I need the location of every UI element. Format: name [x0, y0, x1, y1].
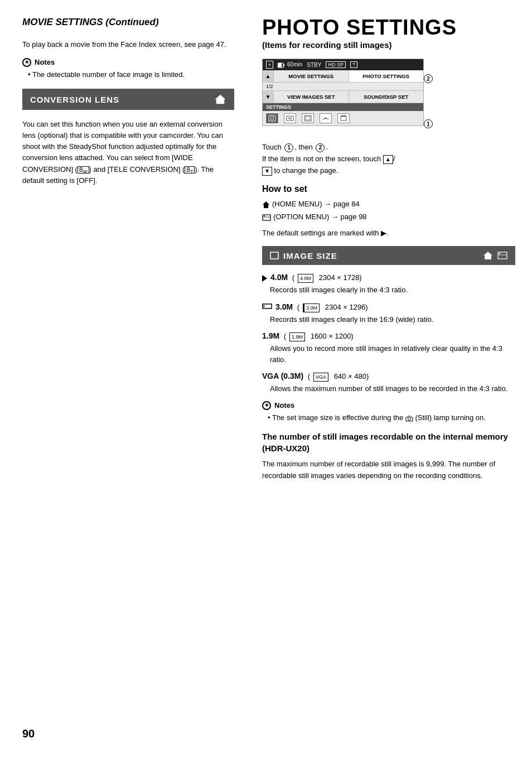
- image-size-3m-heading: 3.0M ( 3.0M 2304 × 1296): [262, 302, 515, 312]
- svg-rect-10: [306, 117, 310, 120]
- notes-header-right: ✦ Notes: [262, 401, 515, 410]
- conversion-lens-title: CONVERSION LENS: [30, 95, 119, 104]
- image-size-icon: [270, 252, 279, 259]
- badge-4m: 4.0M: [298, 274, 313, 283]
- conversion-lens-body: You can set this function when you use a…: [22, 119, 234, 187]
- menu-screenshot: × 60min STBY HD SP ? ▲ MOVIE SETTINGS PH…: [262, 59, 424, 126]
- default-settings-text: The default settings are marked with ▶.: [262, 228, 515, 239]
- svg-marker-14: [263, 201, 269, 208]
- notes-section-left: ✦ Notes The detectable number of face im…: [22, 58, 234, 80]
- svg-marker-19: [483, 252, 492, 259]
- menu-movie-settings-btn[interactable]: MOVIE SETTINGS: [274, 70, 349, 82]
- badge-19m: 1.9M: [289, 332, 305, 341]
- svg-point-17: [264, 215, 265, 216]
- menu-x-btn[interactable]: ×: [266, 61, 273, 69]
- svg-rect-3: [283, 64, 284, 66]
- touch-line-1: Touch 1, then 2.: [262, 142, 515, 153]
- menu-time: 60min: [278, 61, 302, 67]
- menu-row-1: ▲ MOVIE SETTINGS PHOTO SETTINGS: [263, 70, 423, 83]
- image-size-vga-heading: VGA (0.3M) ( VGA 640 × 480): [262, 372, 515, 382]
- conversion-lens-banner: CONVERSION LENS: [22, 89, 234, 110]
- menu-down-arrow[interactable]: ▼: [263, 91, 274, 103]
- image-size-19m-desc: Allows you to record more still images i…: [262, 343, 515, 365]
- notes-label-left: Notes: [35, 58, 55, 66]
- how-to-set-title: How to set: [262, 184, 515, 194]
- home-icon-conversion: [214, 93, 226, 105]
- touch-line-2: If the item is not on the screen, touch …: [262, 153, 515, 165]
- menu-question[interactable]: ?: [350, 61, 357, 68]
- notes-icon-right: ✦: [262, 401, 271, 410]
- notes-bullet-left: The detectable number of face image is l…: [22, 69, 234, 80]
- camera-icon-notes: [405, 415, 413, 422]
- menu-row-2: ▼ VIEW IMAGES SET SOUND/DISP SET: [263, 91, 423, 103]
- option-menu-line: (OPTION MENU) → page 98: [262, 211, 515, 223]
- svg-rect-6: [287, 116, 293, 120]
- image-size-4m-desc: Records still images clearly in the 4:3 …: [262, 285, 515, 296]
- image-size-3m: 3.0M ( 3.0M 2304 × 1296) Records still i…: [262, 302, 515, 325]
- image-size-vga: VGA (0.3M) ( VGA 640 × 480) Allows the m…: [262, 372, 515, 394]
- wide-icon-3m: [262, 303, 272, 310]
- circle-ref-2: 2: [316, 143, 325, 152]
- menu-icon-3[interactable]: [302, 113, 314, 123]
- circle-1: 1: [424, 119, 433, 128]
- movie-settings-title: MOVIE SETTINGS (Continued): [22, 17, 234, 28]
- svg-point-26: [408, 417, 410, 420]
- still-images-body: The maximum number of recordable still i…: [262, 459, 515, 481]
- menu-view-images-btn[interactable]: VIEW IMAGES SET: [274, 91, 349, 103]
- option-icon-image-size: [497, 251, 507, 260]
- home-icon-image-size: [483, 250, 493, 261]
- photo-settings-title: PHOTO SETTINGS: [262, 17, 515, 38]
- menu-icon-4[interactable]: [320, 113, 332, 123]
- touch-instructions: Touch 1, then 2. If the item is not on t…: [262, 142, 515, 176]
- up-arrow-btn[interactable]: ▲: [383, 155, 393, 164]
- image-size-19m: 1.9M ( 1.9M 1600 × 1200) Allows you to r…: [262, 331, 515, 365]
- intro-text: To play back a movie from the Face Index…: [22, 39, 234, 50]
- circle-ref-1: 1: [284, 143, 293, 152]
- menu-icon-1[interactable]: [266, 113, 278, 123]
- home-menu-line: (HOME MENU) → page 84: [262, 199, 515, 210]
- touch-line-3: ▼ to change the page.: [262, 165, 515, 177]
- photo-settings-subtitle: (Items for recording still images): [262, 40, 515, 50]
- image-size-3m-desc: Records still images clearly in the 16:9…: [262, 314, 515, 325]
- left-column: MOVIE SETTINGS (Continued) To play back …: [0, 17, 251, 740]
- badge-3m: 3.0M: [303, 303, 320, 312]
- svg-marker-0: [215, 95, 225, 104]
- menu-photo-settings-btn[interactable]: PHOTO SETTINGS: [349, 70, 424, 82]
- menu-icon-5[interactable]: [337, 113, 350, 123]
- menu-page-row: 1/2: [263, 83, 423, 91]
- circled-2-label: 2: [423, 74, 434, 83]
- svg-point-22: [499, 253, 500, 254]
- still-images-title: The number of still images recordable on…: [262, 431, 515, 454]
- svg-rect-23: [263, 304, 272, 308]
- menu-settings-label: SETTINGS: [263, 103, 423, 111]
- home-icon-how: [262, 201, 270, 209]
- circled-1-label: 1: [423, 119, 434, 128]
- image-size-banner-icons: [483, 250, 507, 261]
- notes-icon-left: ✦: [22, 58, 31, 67]
- image-size-4m-heading: 4.0M ( 4.0M 2304 × 1728): [262, 273, 515, 283]
- circle-2: 2: [424, 74, 433, 83]
- svg-rect-2: [278, 63, 282, 67]
- svg-rect-15: [263, 215, 270, 220]
- image-size-vga-desc: Allows the maximum number of still image…: [262, 383, 515, 394]
- badge-vga: VGA: [313, 373, 328, 382]
- option-icon-how: [262, 214, 271, 221]
- svg-rect-18: [270, 252, 278, 259]
- menu-icons-row: [263, 111, 423, 126]
- menu-icon-2[interactable]: [284, 113, 296, 123]
- notes-section-right: ✦ Notes The set image size is effective …: [262, 401, 515, 423]
- down-arrow-btn[interactable]: ▼: [262, 167, 272, 176]
- notes-bullet-right: The set image size is effective during t…: [262, 412, 515, 423]
- notes-header-left: ✦ Notes: [22, 58, 234, 67]
- menu-top-bar: × 60min STBY HD SP ?: [263, 59, 423, 70]
- notes-label-right: Notes: [274, 401, 294, 409]
- svg-point-11: [325, 118, 327, 119]
- default-triangle-4m: [262, 273, 268, 282]
- right-column: PHOTO SETTINGS (Items for recording stil…: [251, 17, 532, 740]
- menu-up-arrow[interactable]: ▲: [263, 70, 274, 82]
- menu-hd-badge: HD SP: [326, 61, 346, 68]
- menu-sound-disp-btn[interactable]: SOUND/DISP SET: [349, 91, 424, 103]
- image-size-4m: 4.0M ( 4.0M 2304 × 1728) Records still i…: [262, 273, 515, 296]
- image-size-title: IMAGE SIZE: [270, 251, 337, 261]
- page-number: 90: [22, 727, 35, 740]
